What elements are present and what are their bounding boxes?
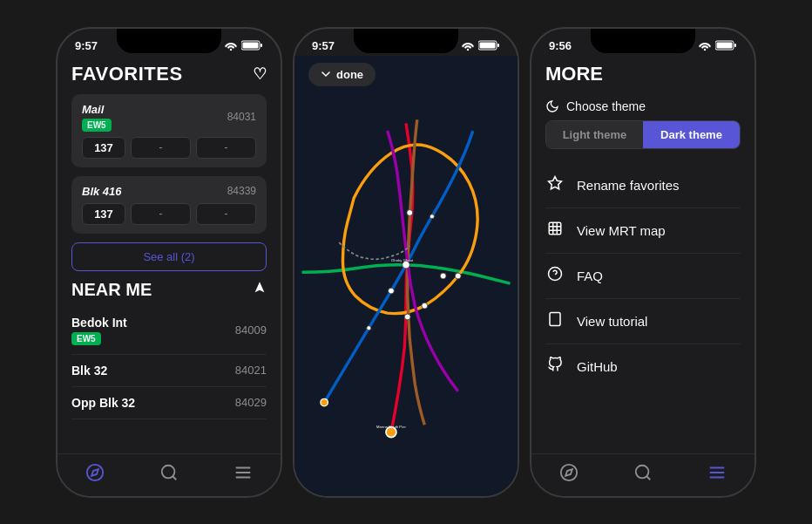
nearby-code-oppblk32: 84029 [235,396,267,409]
svg-rect-3 [243,43,259,49]
heart-icon[interactable]: ♡ [253,65,267,84]
battery-icon-1 [241,40,263,51]
light-theme-button[interactable]: Light theme [546,121,643,148]
faq-label: FAQ [577,269,603,283]
menu-item-mrt-map[interactable]: View MRT map [545,208,741,254]
time-1: 9:57 [75,39,98,52]
svg-point-19 [367,325,371,330]
phone-more: 9:56 MORE [530,27,756,498]
svg-rect-11 [497,44,499,47]
nearby-name-bedok: Bedok Int [71,316,127,330]
fav-header-blk416: Blk 416 84339 [82,185,256,198]
rename-favorites-label: Rename favorites [577,178,680,193]
bus-time-blk416-2: - [196,203,256,225]
moon-icon [545,99,559,113]
nearby-item-bedok[interactable]: Bedok Int EW5 84009 [71,307,267,355]
bus-number-mail: 137 [82,137,125,159]
tab-compass-1[interactable] [85,463,105,482]
svg-point-26 [704,49,706,51]
wifi-icon-1 [224,40,238,51]
bus-number-blk416: 137 [82,203,125,225]
nearby-code-blk32: 84021 [235,364,267,377]
svg-point-18 [440,273,446,279]
battery-icon-2 [478,40,500,51]
time-2: 9:57 [312,39,335,52]
tab-menu-1[interactable] [233,463,253,482]
star-icon [545,175,565,195]
svg-rect-29 [717,43,733,49]
near-me-title: NEAR ME [71,280,152,300]
bus-time-mail-2: - [196,137,256,159]
svg-point-17 [422,303,428,309]
nearby-name-oppblk32: Opp Blk 32 [71,396,135,410]
tab-search-3[interactable] [633,463,653,482]
svg-point-36 [560,464,576,480]
svg-rect-12 [480,43,496,49]
nearby-item-oppblk32[interactable]: Opp Blk 32 84029 [71,387,267,419]
svg-point-21 [430,214,434,218]
time-3: 9:56 [549,39,572,52]
fav-header-mail: Mail EW5 84031 [82,103,256,132]
done-button[interactable]: done [308,63,376,86]
more-title: MORE [545,63,741,85]
svg-point-9 [467,49,469,51]
favorite-item-blk416[interactable]: Blk 416 84339 137 - - [71,176,267,234]
tab-search-1[interactable] [159,463,179,482]
mrt-map-svg: Dhoby Ghaut Marina South Pier [294,56,518,496]
dark-theme-button[interactable]: Dark theme [643,121,740,148]
bus-time-blk416-1: - [131,203,191,225]
svg-text:Marina South Pier: Marina South Pier [376,425,407,429]
near-me-header: NEAR ME [71,280,267,300]
wifi-icon-2 [461,40,475,51]
tab-bar-3 [531,453,754,496]
status-icons-3 [698,40,737,51]
tablet-icon [545,311,565,331]
svg-point-4 [86,464,102,480]
phones-container: 9:57 FAVORITES ♡ [38,10,774,515]
location-icon [253,281,267,298]
map-icon [545,221,565,241]
svg-rect-2 [261,44,262,47]
svg-point-5 [162,465,175,478]
bus-times-blk416: 137 - - [82,203,256,225]
svg-point-14 [404,314,410,320]
favorite-item-mail[interactable]: Mail EW5 84031 137 - - [71,94,267,167]
svg-rect-31 [549,222,561,235]
favorites-phone-content: FAVORITES ♡ Mail EW5 84031 137 - [58,56,281,496]
see-all-button[interactable]: See all (2) [71,242,267,271]
tab-bar-1 [58,453,281,496]
menu-item-rename[interactable]: Rename favorites [545,163,741,208]
view-tutorial-label: View tutorial [577,314,647,329]
nearby-item-blk32[interactable]: Blk 32 84021 [71,355,267,387]
svg-text:Dhoby Ghaut: Dhoby Ghaut [391,258,414,262]
notch-2 [354,29,458,53]
question-icon [545,266,565,286]
nearby-code-bedok: 84009 [235,323,267,337]
tab-menu-3[interactable] [707,463,727,482]
more-content: MORE Choose theme Light theme Dark theme [531,56,754,453]
more-phone-content: MORE Choose theme Light theme Dark theme [531,56,754,496]
nearby-name-blk32: Blk 32 [71,364,107,378]
bus-times-mail: 137 - - [82,137,256,159]
theme-label: Choose theme [545,99,741,113]
notch-3 [591,29,695,53]
svg-point-16 [389,288,395,294]
svg-point-15 [407,209,413,215]
menu-item-faq[interactable]: FAQ [545,254,741,299]
mrt-map-container[interactable]: Dhoby Ghaut Marina South Pier [294,56,518,496]
svg-point-0 [230,49,232,51]
menu-item-github[interactable]: GitHub [545,344,741,389]
fav-name-mail: Mail [82,103,112,116]
svg-marker-30 [549,176,562,188]
map-phone-content: done [294,56,518,496]
svg-point-23 [321,398,328,406]
tab-compass-3[interactable] [559,463,579,482]
fav-code-blk416: 84339 [227,185,256,197]
menu-item-tutorial[interactable]: View tutorial [545,299,741,344]
view-mrt-map-label: View MRT map [577,223,666,238]
notch-1 [117,29,221,53]
wifi-icon-3 [698,40,712,51]
favorites-content: FAVORITES ♡ Mail EW5 84031 137 - [58,56,281,453]
favorites-title: FAVORITES ♡ [71,63,267,85]
svg-point-20 [455,273,461,279]
